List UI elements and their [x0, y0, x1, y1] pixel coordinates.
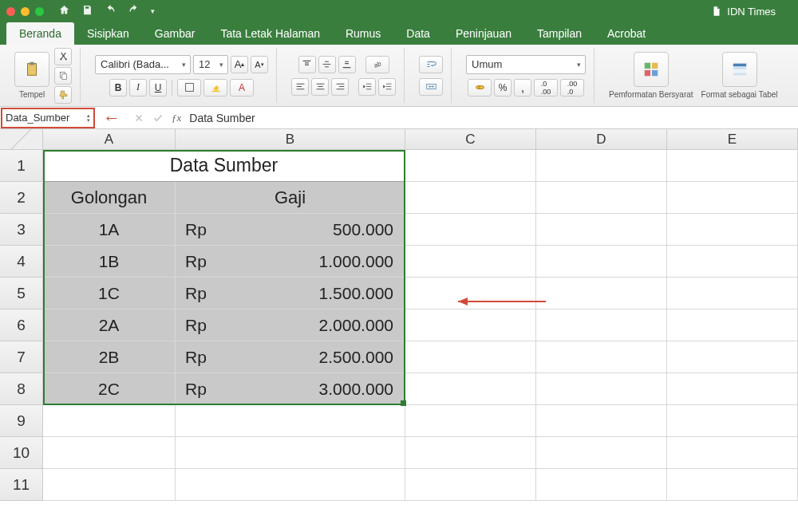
- maximize-window-icon[interactable]: [35, 7, 44, 16]
- currency-button[interactable]: [468, 79, 492, 97]
- qa-dropdown-icon[interactable]: ▾: [151, 7, 155, 15]
- align-middle-button[interactable]: [318, 56, 336, 73]
- cell-d2[interactable]: [536, 182, 667, 214]
- cell-d4[interactable]: [536, 246, 667, 278]
- cell-a2[interactable]: Golongan: [43, 182, 176, 214]
- cell-d9[interactable]: [536, 405, 667, 437]
- cell-c5[interactable]: [405, 278, 536, 309]
- row-header-7[interactable]: 7: [0, 341, 43, 373]
- copy-button[interactable]: [54, 67, 72, 85]
- col-header-a[interactable]: A: [43, 129, 176, 149]
- cell-d10[interactable]: [536, 437, 667, 469]
- cell-c9[interactable]: [405, 405, 536, 437]
- underline-button[interactable]: U: [149, 79, 167, 97]
- cell-d1[interactable]: [536, 150, 667, 182]
- cell-e9[interactable]: [667, 405, 798, 437]
- spreadsheet-grid[interactable]: A B C D E 1 2 3 4 5 6 7 8 9 10 11 Data S…: [0, 129, 798, 501]
- align-left-button[interactable]: [291, 78, 309, 96]
- row-header-8[interactable]: 8: [0, 373, 43, 405]
- cell-c1[interactable]: [405, 150, 536, 182]
- name-box-stepper[interactable]: ▴▾: [87, 113, 90, 123]
- window-controls[interactable]: [6, 7, 44, 16]
- cell-e4[interactable]: [667, 246, 798, 278]
- number-format-combo[interactable]: Umum: [466, 55, 586, 74]
- comma-button[interactable]: ,: [514, 79, 531, 97]
- cell-b9[interactable]: [176, 405, 405, 437]
- cell-a1-b1-merged[interactable]: Data Sumber: [43, 150, 405, 182]
- redo-icon[interactable]: [128, 4, 140, 18]
- conditional-formatting-button[interactable]: [634, 52, 669, 87]
- fill-color-button[interactable]: [203, 79, 227, 97]
- cancel-icon[interactable]: [133, 112, 144, 124]
- col-header-d[interactable]: D: [536, 129, 667, 149]
- percent-button[interactable]: %: [494, 79, 512, 97]
- cell-c6[interactable]: [405, 309, 536, 341]
- tab-tata-letak[interactable]: Tata Letak Halaman: [207, 22, 333, 45]
- font-name-combo[interactable]: Calibri (Bada...: [95, 55, 191, 74]
- align-center-button[interactable]: [311, 78, 329, 96]
- cell-a10[interactable]: [43, 437, 176, 469]
- cell-a9[interactable]: [43, 405, 176, 437]
- cell-c10[interactable]: [405, 437, 536, 469]
- row-header-6[interactable]: 6: [0, 309, 43, 341]
- paste-button[interactable]: [14, 52, 49, 87]
- align-bottom-button[interactable]: [338, 56, 356, 73]
- cell-b6[interactable]: Rp2.000.000: [176, 309, 405, 341]
- cell-e2[interactable]: [667, 182, 798, 214]
- cell-e8[interactable]: [667, 373, 798, 405]
- cell-d7[interactable]: [536, 341, 667, 373]
- col-header-e[interactable]: E: [667, 129, 798, 149]
- cell-c4[interactable]: [405, 246, 536, 278]
- cell-c2[interactable]: [405, 182, 536, 214]
- row-header-3[interactable]: 3: [0, 214, 43, 246]
- cell-d11[interactable]: [536, 469, 667, 501]
- save-icon[interactable]: [81, 4, 93, 18]
- cut-button[interactable]: [54, 48, 72, 65]
- cell-b10[interactable]: [176, 437, 405, 469]
- decrease-font-button[interactable]: A▾: [251, 56, 268, 73]
- cell-d8[interactable]: [536, 373, 667, 405]
- cell-b7[interactable]: Rp2.500.000: [176, 341, 405, 373]
- wrap-text-button[interactable]: [419, 56, 443, 73]
- tab-rumus[interactable]: Rumus: [333, 22, 393, 45]
- cell-c7[interactable]: [405, 341, 536, 373]
- cell-b2[interactable]: Gaji: [176, 182, 405, 214]
- col-header-c[interactable]: C: [405, 129, 536, 149]
- name-box[interactable]: Data_Sumber ▴▾: [1, 108, 95, 128]
- cell-c8[interactable]: [405, 373, 536, 405]
- cell-c11[interactable]: [405, 469, 536, 501]
- row-header-4[interactable]: 4: [0, 246, 43, 278]
- cell-a11[interactable]: [43, 469, 176, 501]
- cell-e1[interactable]: [667, 150, 798, 182]
- formula-input[interactable]: Data Sumber: [189, 112, 255, 124]
- row-header-11[interactable]: 11: [0, 469, 43, 501]
- cell-b5[interactable]: Rp1.500.000: [176, 278, 405, 309]
- tab-gambar[interactable]: Gambar: [142, 22, 208, 45]
- merge-button[interactable]: [419, 78, 443, 96]
- cell-d6[interactable]: [536, 309, 667, 341]
- cell-a4[interactable]: 1B: [43, 246, 176, 278]
- increase-decimal-button[interactable]: .0.00: [534, 79, 558, 97]
- row-header-9[interactable]: 9: [0, 405, 43, 437]
- confirm-icon[interactable]: [152, 112, 164, 124]
- cell-b11[interactable]: [176, 469, 405, 501]
- select-all-corner[interactable]: [0, 129, 43, 149]
- cell-c3[interactable]: [405, 214, 536, 246]
- cell-a7[interactable]: 2B: [43, 341, 176, 373]
- align-top-button[interactable]: [298, 56, 316, 73]
- cell-e11[interactable]: [667, 469, 798, 501]
- cell-e5[interactable]: [667, 278, 798, 309]
- tab-peninjauan[interactable]: Peninjauan: [443, 22, 524, 45]
- tab-beranda[interactable]: Beranda: [6, 22, 74, 45]
- italic-button[interactable]: I: [129, 79, 147, 97]
- col-header-b[interactable]: B: [176, 129, 405, 149]
- row-header-2[interactable]: 2: [0, 182, 43, 214]
- cell-a8[interactable]: 2C: [43, 373, 176, 405]
- increase-font-button[interactable]: A▴: [231, 56, 248, 73]
- close-window-icon[interactable]: [6, 7, 15, 16]
- cell-e7[interactable]: [667, 341, 798, 373]
- cell-a3[interactable]: 1A: [43, 214, 176, 246]
- cell-a6[interactable]: 2A: [43, 309, 176, 341]
- tab-tampilan[interactable]: Tampilan: [524, 22, 595, 45]
- tab-data[interactable]: Data: [393, 22, 443, 45]
